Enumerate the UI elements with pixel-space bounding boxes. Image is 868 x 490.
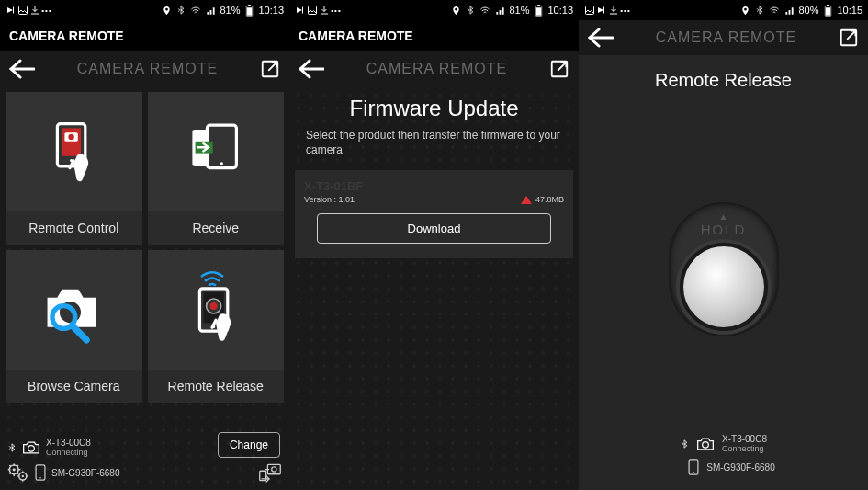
- camera-name-block: X-T3-00C8 Connecting: [722, 434, 767, 453]
- hold-label: HOLD: [701, 222, 747, 237]
- back-arrow-icon[interactable]: [9, 59, 35, 79]
- open-external-icon[interactable]: [260, 59, 280, 79]
- download-icon: [319, 5, 330, 16]
- clock-text: 10:13: [547, 5, 573, 16]
- signal-icon: [494, 5, 505, 16]
- camera-status: Connecting: [46, 448, 91, 457]
- version-label: Version : 1.01: [304, 195, 355, 204]
- up-arrow-icon: ▲: [719, 211, 728, 222]
- page-title: Remote Release: [579, 55, 868, 95]
- svg-point-26: [22, 475, 24, 477]
- battery-percent: 80%: [798, 5, 818, 16]
- camera-name: X-T3-00C8: [722, 434, 767, 444]
- location-icon: [450, 5, 461, 16]
- change-button[interactable]: Change: [218, 432, 280, 458]
- svg-rect-41: [827, 5, 829, 6]
- bt-small-icon: [7, 441, 17, 454]
- image-icon: [584, 5, 595, 16]
- download-icon: [608, 5, 619, 16]
- svg-rect-42: [826, 7, 830, 15]
- phone-row: SM-G930F-6680: [592, 459, 855, 475]
- phone-name: SM-G930F-6680: [51, 468, 119, 478]
- svg-rect-1: [19, 6, 28, 15]
- content-area: Remote Control Receive: [0, 86, 289, 490]
- camera-small-icon: [22, 440, 40, 455]
- bluetooth-icon: [465, 5, 476, 16]
- camera-row: X-T3-00C8 Connecting: [592, 434, 855, 453]
- more-icon: •••: [41, 5, 52, 16]
- image-icon: [307, 5, 318, 16]
- status-left-icons: •••: [584, 5, 631, 16]
- phone-name: SM-G930F-6680: [706, 462, 774, 473]
- clock-text: 10:15: [837, 5, 862, 16]
- more-icon: •••: [620, 5, 631, 16]
- svg-rect-3: [248, 5, 251, 6]
- statusbar: ••• 80% 10:15: [579, 0, 868, 20]
- phone-small-icon: [35, 464, 46, 481]
- location-icon: [739, 5, 750, 16]
- svg-point-13: [220, 162, 223, 165]
- status-right: 81% 10:13: [161, 5, 284, 16]
- nav-title: CAMERA REMOTE: [366, 61, 507, 77]
- svg-rect-33: [309, 6, 317, 15]
- wifi-icon: [769, 5, 780, 16]
- version-row: Version : 1.01 47.8MB: [304, 195, 564, 204]
- status-right: 81% 10:13: [450, 5, 573, 16]
- tile-remote-release[interactable]: Remote Release: [148, 250, 285, 403]
- svg-point-9: [69, 134, 74, 140]
- nav-bar: CAMERA REMOTE: [289, 51, 579, 86]
- svg-rect-29: [267, 464, 280, 473]
- app-title: CAMERA REMOTE: [299, 28, 413, 43]
- gears-icon[interactable]: [7, 462, 29, 483]
- shutter-button[interactable]: [680, 243, 768, 331]
- status-right: 80% 10:15: [739, 5, 862, 16]
- battery-percent: 81%: [220, 5, 240, 16]
- product-name: X-T3-01BF: [304, 179, 564, 193]
- svg-rect-4: [247, 7, 252, 15]
- location-icon: [161, 5, 172, 16]
- cast-icon: [596, 5, 607, 16]
- battery-icon: [243, 5, 254, 16]
- download-button[interactable]: Download: [317, 213, 551, 244]
- tile-label: Receive: [148, 211, 285, 245]
- cast-icon: [295, 5, 306, 16]
- battery-icon: [822, 5, 833, 16]
- remote-control-icon: [6, 92, 142, 211]
- download-icon: [29, 5, 40, 16]
- nav-bar: CAMERA REMOTE: [579, 20, 868, 55]
- battery-percent: 81%: [509, 5, 529, 16]
- back-arrow-icon[interactable]: [299, 59, 324, 79]
- filesize-block: 47.8MB: [521, 195, 564, 204]
- svg-rect-39: [603, 7, 604, 14]
- phone-small-icon: [688, 459, 699, 475]
- statusbar: ••• 81% 10:13: [0, 0, 289, 20]
- svg-rect-7: [62, 128, 81, 155]
- firmware-header: Firmware Update: [289, 86, 579, 125]
- clock-text: 10:13: [258, 5, 284, 16]
- phone-screen-1: ••• 81% 10:13 CAMERA REMOTE: [0, 0, 289, 490]
- wifi-icon: [479, 5, 490, 16]
- svg-rect-36: [536, 7, 541, 15]
- hold-track[interactable]: ▲ HOLD: [669, 202, 779, 336]
- camera-small-icon: [696, 437, 715, 451]
- wifi-icon: [190, 5, 201, 16]
- camera-name-block: X-T3-00C8 Connecting: [46, 438, 91, 457]
- content-area: Remote Release ▲ HOLD X-T3-00C8 Connecti…: [579, 55, 868, 490]
- phone-screen-3: ••• 80% 10:15 CAMERA REMOTE Remote Relea…: [579, 0, 868, 490]
- svg-point-30: [272, 467, 276, 472]
- tile-label: Remote Release: [148, 370, 285, 403]
- open-external-icon[interactable]: [549, 59, 569, 79]
- filesize-text: 47.8MB: [535, 195, 564, 204]
- tile-receive[interactable]: Receive: [148, 92, 285, 245]
- svg-point-20: [209, 302, 217, 310]
- tile-remote-control[interactable]: Remote Control: [6, 92, 142, 245]
- tile-browse-camera[interactable]: Browse Camera: [6, 250, 142, 403]
- open-external-icon[interactable]: [839, 28, 859, 48]
- transfer-icon[interactable]: [258, 462, 282, 483]
- footer-bottom-row: SM-G930F-6680: [7, 462, 282, 483]
- cast-icon: [6, 5, 17, 16]
- svg-rect-0: [13, 7, 14, 14]
- back-arrow-icon[interactable]: [588, 28, 614, 48]
- bt-small-icon: [680, 438, 689, 450]
- status-left-icons: •••: [6, 5, 52, 16]
